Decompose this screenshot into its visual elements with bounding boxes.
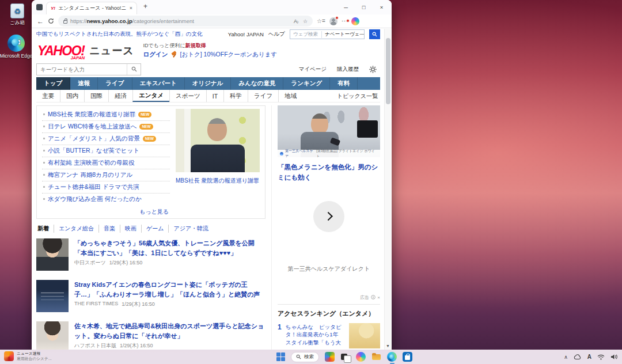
article-item[interactable]: Stray Kidsアイエンの春色ロングコート姿に「ボッテガの王子…」「ふんわり…	[36, 274, 266, 316]
carousel-next-button[interactable]	[313, 201, 344, 232]
help-link[interactable]: ヘルプ	[268, 31, 285, 38]
topic-link[interactable]: 日テレ WBC特番を地上波放送へNEW	[42, 121, 170, 133]
ime-indicator[interactable]: A	[587, 354, 591, 360]
microsoft-store-icon[interactable]	[403, 352, 412, 362]
web-search-button[interactable]	[369, 29, 380, 39]
copilot-app-icon[interactable]	[356, 352, 366, 362]
keyword-search-button[interactable]	[127, 64, 141, 75]
promo-headline-link[interactable]: 中国でもリスペクトされた日本の表現。熊手がつなぐ「酉」の文化	[36, 31, 223, 38]
tab-actions-icon[interactable]	[36, 4, 43, 10]
edge-shortcut-label: Microsoft Edge	[0, 53, 35, 59]
filter-movie[interactable]: 映画	[120, 225, 141, 233]
scroll-down-arrow-icon[interactable]: ▼	[385, 344, 391, 348]
new-tab-button[interactable]: +	[143, 3, 147, 10]
featured-story[interactable]: MBS社長 衆院選の報道巡り謝罪	[176, 109, 260, 217]
ranking-thumbnail	[349, 323, 380, 348]
tab-sports[interactable]: スポーツ	[169, 90, 206, 102]
favorites-bar-icon[interactable]: ☆=	[317, 18, 325, 24]
page-scrollbar[interactable]: ▼	[384, 29, 391, 350]
topic-link[interactable]: 梅宮アンナ 再婚8カ月のリアル	[42, 169, 170, 181]
topic-link[interactable]: チュート徳井&福田 ドラマで共演	[42, 181, 170, 194]
nav-original[interactable]: オリジナル	[185, 77, 232, 90]
article-title[interactable]: Stray Kidsアイエンの春色ロングコート姿に「ボッテガの王子…」「ふんわり…	[74, 280, 266, 299]
web-search-box[interactable]: ウェブ検索 ナベートーヴェ―	[290, 29, 365, 39]
tab-domestic[interactable]: 国内	[60, 90, 84, 102]
nav-flash[interactable]: 速報	[70, 77, 98, 90]
login-link[interactable]: ログイン	[143, 50, 168, 59]
tab-major[interactable]: 主要	[36, 90, 60, 102]
gear-icon[interactable]	[369, 66, 377, 73]
settings-more-icon[interactable]: ···	[342, 18, 347, 24]
tray-expand-icon[interactable]: ∧	[564, 354, 568, 360]
featured-caption[interactable]: MBS社長 衆院選の報道巡り謝罪	[176, 177, 260, 185]
tab-science[interactable]: 科学	[223, 90, 248, 102]
back-button[interactable]: ←	[37, 18, 44, 25]
mypage-link[interactable]: マイページ	[299, 66, 327, 73]
tab-world[interactable]: 国際	[84, 90, 108, 102]
ad-info-icon[interactable]	[371, 295, 376, 299]
ranking-link[interactable]: ちゃんみな ピッタピタ！出産発表から1年 スタイル衝撃「もう大変」「拍手しかない…	[286, 323, 345, 347]
taskbar-search[interactable]: 検索	[291, 352, 319, 362]
wifi-icon[interactable]	[597, 354, 605, 360]
nav-live[interactable]: ライブ	[98, 77, 132, 90]
file-explorer-icon[interactable]	[371, 352, 381, 362]
browser-tab[interactable]: Y! エンタメニュース - Yahoo!ニュース ×	[46, 2, 137, 14]
topic-link[interactable]: MBS社長 衆院選の報道巡り謝罪NEW	[42, 109, 170, 121]
topic-link[interactable]: アニメ「メダリスト」人気の背景NEW	[42, 133, 170, 145]
tab-close-icon[interactable]: ×	[130, 6, 132, 11]
nav-ranking[interactable]: ランキング	[283, 77, 330, 90]
article-item[interactable]: 佐々木希、地元で絶品寿司&秋田出身のスポーツ選手らと記念ショット。変わらぬ日常に…	[36, 316, 266, 350]
widgets-button[interactable]: ニュース速報 雇用統合のシステ...	[4, 351, 52, 362]
filter-game[interactable]: ゲーム	[141, 225, 168, 233]
address-bar[interactable]: https://news.yahoo.co.jp/categories/ente…	[58, 16, 313, 26]
close-button[interactable]: ×	[373, 0, 390, 14]
maximize-button[interactable]: □	[355, 0, 373, 14]
keyword-search-input[interactable]	[37, 66, 127, 73]
tab-region[interactable]: 地域	[278, 90, 302, 102]
read-aloud-icon[interactable]: A)	[294, 18, 298, 24]
purchase-history-link[interactable]: 購入履歴	[337, 66, 359, 73]
filter-new[interactable]: 新着	[36, 225, 54, 233]
start-button[interactable]	[276, 352, 285, 361]
topic-link[interactable]: 有村架純 主演映画で初の母親役	[42, 157, 170, 169]
filter-asia[interactable]: アジア・韓流	[168, 225, 213, 233]
signup-link[interactable]: 新規取得	[185, 43, 206, 48]
onedrive-cloud-icon[interactable]	[574, 354, 582, 360]
copilot-icon[interactable]	[351, 17, 359, 25]
topic-link[interactable]: 小説「BUTTER」なぜ英でヒット	[42, 145, 170, 157]
article-item[interactable]: 「めっちゃきつそう」56歳人気女優、トレーニング風景を公開 「本当にすごい」「美…	[36, 233, 266, 274]
recycle-bin-shortcut[interactable]: ♻ ごみ箱	[0, 3, 36, 26]
edge-desktop-shortcut[interactable]: ↗ Microsoft Edge	[0, 35, 35, 59]
topics-index-link[interactable]: トピックス一覧	[337, 90, 380, 102]
edge-taskbar-icon[interactable]	[387, 352, 397, 362]
tab-it[interactable]: IT	[206, 90, 223, 102]
task-view-icon[interactable]	[340, 352, 350, 362]
nav-paid[interactable]: 有料	[330, 77, 358, 90]
tab-economy[interactable]: 経済	[108, 90, 132, 102]
nav-expert[interactable]: エキスパート	[132, 77, 185, 90]
coupon-link[interactable]: [おトク] 10%OFFクーポンあります	[180, 50, 278, 59]
filter-entertainment-all[interactable]: エンタメ総合	[54, 225, 98, 233]
tab-life[interactable]: ライフ	[248, 90, 278, 102]
scrollbar-thumb[interactable]	[386, 38, 390, 104]
speaker-icon[interactable]	[610, 354, 617, 360]
article-title[interactable]: 佐々木希、地元で絶品寿司&秋田出身のスポーツ選手らと記念ショット。変わらぬ日常に…	[74, 321, 266, 340]
favorite-star-icon[interactable]: ☆	[303, 18, 308, 24]
minimize-button[interactable]: ─	[337, 0, 355, 14]
ad-headline-link[interactable]: 「黒色メラニンを無色化」男のシミにも効く	[278, 162, 380, 183]
ranking-item[interactable]: 1 ちゃんみな ピッタピタ！出産発表から1年 スタイル衝撃「もう大変」「拍手しか…	[278, 323, 380, 348]
topic-link[interactable]: 水ダウ飛び込み企画 何だったのか	[42, 194, 170, 205]
ad-photo[interactable]: 第一三共ヘルスケア [第3類医薬品] ブライトエイジ ホワイト	[278, 105, 380, 157]
yahoo-news-logo[interactable]: YAHOO!JAPAN ニュース	[37, 43, 134, 59]
nav-top[interactable]: トップ	[36, 77, 70, 90]
yahoo-japan-link[interactable]: Yahoo! JAPAN	[228, 31, 264, 37]
filter-music[interactable]: 音楽	[98, 225, 120, 233]
nav-opinions[interactable]: みんなの意見	[231, 77, 283, 90]
tab-entertainment[interactable]: エンタメ	[132, 90, 169, 102]
ad-close-icon[interactable]: ×	[377, 295, 380, 300]
photos-app-icon[interactable]	[325, 352, 335, 362]
refresh-icon[interactable]	[48, 18, 54, 24]
article-title[interactable]: 「めっちゃきつそう」56歳人気女優、トレーニング風景を公開 「本当にすごい」「美…	[74, 238, 266, 257]
profile-avatar[interactable]	[329, 17, 337, 25]
more-link[interactable]: もっと見る	[42, 205, 170, 217]
